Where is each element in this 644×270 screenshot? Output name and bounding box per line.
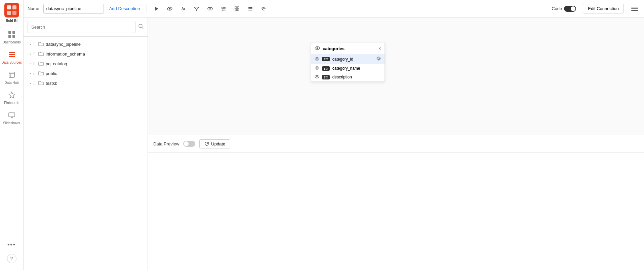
tree-item-datasync-pipeline[interactable]: › ⠿ datasync_pipeline: [24, 39, 148, 49]
svg-rect-33: [248, 7, 252, 8]
categories-table-card: categories × str category_id: [311, 43, 385, 82]
svg-point-42: [317, 47, 318, 49]
filter-button[interactable]: [191, 3, 202, 14]
data-preview-label: Data Preview: [153, 141, 179, 146]
name-label: Name: [28, 6, 39, 11]
folder-icon: [38, 71, 44, 76]
svg-point-26: [222, 7, 223, 8]
svg-rect-31: [235, 9, 237, 11]
svg-rect-36: [631, 7, 638, 7]
tree-item-public[interactable]: › ⠿ public: [24, 69, 148, 78]
svg-point-44: [316, 58, 318, 60]
drag-handle: ⠿: [33, 42, 38, 47]
svg-line-40: [142, 27, 143, 29]
data-preview-toggle[interactable]: [183, 141, 195, 147]
svg-rect-4: [8, 31, 11, 34]
bottom-bar: Data Preview Update: [148, 135, 644, 153]
content-area: › ⠿ datasync_pipeline › ⠿: [24, 18, 644, 270]
svg-rect-38: [631, 10, 638, 11]
tree-item-pg-catalog[interactable]: › ⠿ pg_catalog: [24, 59, 148, 69]
svg-rect-30: [237, 7, 239, 8]
join-button[interactable]: [205, 3, 215, 14]
svg-point-39: [139, 24, 142, 28]
tree-item-name: information_schema: [46, 52, 85, 57]
update-button[interactable]: Update: [199, 139, 230, 148]
field-settings-icon[interactable]: [376, 56, 381, 62]
expand-icon[interactable]: ›: [28, 52, 33, 57]
svg-marker-14: [9, 92, 15, 98]
sidebar-item-data-hub[interactable]: Data Hub: [0, 68, 23, 87]
svg-rect-1: [12, 5, 16, 9]
preview-button[interactable]: [164, 3, 175, 14]
back-button[interactable]: [258, 3, 269, 14]
str-badge: str: [322, 57, 330, 61]
table-row-category-id[interactable]: str category_id: [311, 54, 385, 64]
svg-rect-5: [12, 31, 15, 34]
preview-toggle-dot: [184, 141, 189, 146]
sidebar-item-pinboards[interactable]: Pinboards: [0, 89, 23, 107]
svg-point-45: [378, 58, 380, 60]
svg-rect-11: [9, 72, 14, 77]
table-card-close-button[interactable]: ×: [378, 46, 381, 51]
tree-item-name: testkb: [46, 81, 57, 86]
row-eye-icon: [315, 75, 319, 79]
more-table-button[interactable]: [245, 3, 256, 14]
tree-item-information-schema[interactable]: › ⠿ information_schema: [24, 49, 148, 59]
dashboards-label: Dashboards: [3, 40, 21, 44]
str-badge: str: [322, 66, 330, 71]
svg-rect-0: [7, 5, 11, 9]
svg-rect-34: [248, 8, 252, 9]
svg-rect-29: [235, 7, 237, 8]
svg-rect-15: [9, 113, 15, 117]
expression-button[interactable]: fx: [178, 3, 189, 14]
folder-icon: [38, 61, 44, 67]
data-sources-icon: [8, 51, 15, 60]
svg-rect-3: [12, 11, 16, 15]
code-toggle[interactable]: [564, 6, 576, 12]
expand-icon[interactable]: ›: [28, 71, 33, 76]
folder-icon: [38, 41, 44, 47]
row-field-name: category_name: [332, 66, 381, 71]
drag-handle: ⠿: [33, 71, 38, 76]
svg-rect-8: [9, 52, 15, 53]
left-panel: › ⠿ datasync_pipeline › ⠿: [24, 18, 148, 270]
expand-icon[interactable]: ›: [28, 42, 33, 47]
table-row-category-name[interactable]: str category_name: [311, 64, 385, 73]
svg-rect-35: [248, 10, 252, 10]
svg-point-20: [169, 8, 171, 9]
more-options[interactable]: •••: [7, 241, 16, 248]
toolbar: Name Add Description fx: [24, 0, 644, 18]
update-label: Update: [211, 141, 225, 146]
table-row-description[interactable]: str description: [311, 73, 385, 81]
row-field-name: description: [332, 75, 381, 79]
canvas-wrapper: categories × str category_id: [148, 18, 644, 270]
sidebar-item-dashboards[interactable]: Dashboards: [0, 28, 23, 47]
folder-icon: [38, 80, 44, 86]
canvas-area: categories × str category_id: [148, 18, 644, 135]
add-description-button[interactable]: Add Description: [107, 6, 143, 11]
slideshows-icon: [8, 111, 15, 121]
settings-button[interactable]: [218, 3, 229, 14]
run-button[interactable]: [151, 3, 162, 14]
sidebar: Bold BI Dashboards Data Sources Data Hub…: [0, 0, 24, 270]
expand-icon[interactable]: ›: [28, 61, 33, 67]
help-button[interactable]: ?: [7, 254, 16, 263]
str-badge: str: [322, 75, 330, 79]
slideshows-label: Slideshows: [3, 121, 20, 125]
code-toggle-area: Code: [552, 6, 576, 12]
svg-point-47: [316, 67, 318, 69]
edit-connection-button[interactable]: Edit Connection: [583, 4, 624, 13]
data-hub-label: Data Hub: [4, 81, 18, 85]
tree-item-testkb[interactable]: › ⠿ testkb: [24, 78, 148, 88]
search-input[interactable]: [28, 21, 135, 33]
expand-icon[interactable]: ›: [28, 81, 33, 86]
svg-rect-32: [237, 9, 239, 11]
sidebar-item-data-sources[interactable]: Data Sources: [0, 48, 23, 67]
dataset-name-input[interactable]: [43, 4, 104, 14]
sidebar-item-slideshows[interactable]: Slideshows: [0, 109, 23, 128]
grid-button[interactable]: [232, 3, 242, 14]
hamburger-menu-button[interactable]: [629, 3, 640, 14]
tree-item-name: public: [46, 71, 57, 76]
table-card-header: categories ×: [311, 43, 385, 54]
search-icon[interactable]: [138, 24, 144, 30]
